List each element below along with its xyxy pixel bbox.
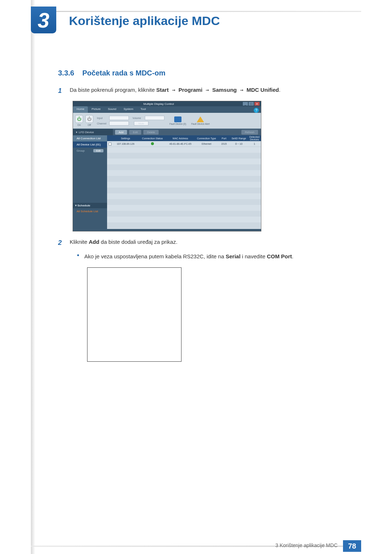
status-dot-icon: [151, 142, 154, 145]
cell-detected: 1: [248, 143, 261, 145]
power-off-button[interactable]: ⏻ Off: [85, 115, 93, 126]
page-content: 3.3.6 Početak rada s MDC-om 1 Da biste p…: [58, 69, 348, 362]
maximize-button[interactable]: □: [249, 102, 254, 106]
list-item: • Ako je veza uspostavljena putem kabela…: [77, 252, 348, 261]
window-controls: _ □ X: [243, 102, 260, 106]
sidebar-all-connection[interactable]: All Connection List: [73, 135, 107, 141]
help-icon[interactable]: ?: [254, 108, 259, 113]
add-button[interactable]: Add: [115, 130, 127, 135]
cell-range: 0 ~ 10: [230, 143, 248, 145]
cell-type: Ethernet: [195, 143, 218, 145]
bullet-text: Ako je veza uspostavljena putem kabela R…: [84, 252, 293, 261]
tab-system[interactable]: System: [120, 106, 137, 113]
chapter-title: Korištenje aplikacije MDC: [69, 14, 220, 28]
row-checkbox[interactable]: [109, 143, 111, 145]
mute-button[interactable]: Mute: [134, 121, 148, 126]
fault-device-alert[interactable]: Fault Device Alert: [191, 116, 210, 125]
alert-icon: [197, 116, 204, 122]
delete-button[interactable]: Delete: [143, 130, 159, 135]
main-tabs: Home Picture Sound System Tool: [73, 106, 261, 113]
page-gutter-shadow: [31, 0, 35, 554]
input-select[interactable]: [109, 116, 129, 120]
cell-port: 1515: [218, 143, 230, 145]
monitor-icon: [174, 116, 181, 122]
cell-settings: 107.108.89.126: [112, 143, 139, 145]
sidebar-group-row: Group Edit: [73, 148, 107, 154]
power-off-icon: ⏻: [85, 115, 93, 123]
page-number: 78: [343, 540, 361, 552]
tab-sound[interactable]: Sound: [104, 106, 120, 113]
volume-input[interactable]: [145, 116, 164, 120]
statusbar: [73, 229, 261, 231]
cell-connection: [139, 142, 166, 145]
channel-select[interactable]: [109, 121, 129, 126]
step-number: 2: [58, 238, 65, 248]
mdc-screenshot: Multiple Display Control _ □ X ? Home Pi…: [73, 101, 261, 231]
sidebar-all-device[interactable]: All Device List (01): [73, 141, 107, 148]
empty-rows: [107, 147, 261, 229]
volume-mute-group: Volume Mute: [132, 116, 164, 126]
bullet-icon: •: [77, 252, 79, 261]
power-on-icon: ⏻: [75, 115, 83, 123]
input-channel-group: Input Channel: [97, 116, 129, 126]
step-text: Da biste pokrenuli program, kliknite Sta…: [70, 86, 281, 96]
close-button[interactable]: X: [254, 102, 260, 106]
image-placeholder: [87, 267, 181, 362]
tab-picture[interactable]: Picture: [88, 106, 104, 113]
table-row[interactable]: 107.108.89.126 40-61-86-4E-FC-65 Etherne…: [107, 141, 261, 147]
section-heading: 3.3.6 Početak rada s MDC-om: [58, 69, 348, 77]
toolbar: ⏻ On ⏻ Off Input Channel Volume Mute Fau…: [73, 113, 261, 129]
step-1: 1 Da biste pokrenuli program, kliknite S…: [58, 86, 348, 96]
window-titlebar: Multiple Display Control _ □ X: [73, 101, 261, 106]
header-rule: [31, 11, 361, 12]
bullet-list: • Ako je veza uspostavljena putem kabela…: [77, 252, 348, 261]
step-number: 1: [58, 86, 65, 96]
fault-device-count[interactable]: Fault Device (0): [170, 116, 186, 125]
chapter-badge: 3: [31, 7, 56, 33]
tab-tool[interactable]: Tool: [137, 106, 150, 113]
chapter-number: 3: [38, 8, 49, 32]
app-body: All Connection List All Device List (01)…: [73, 135, 261, 229]
section-title: Početak rada s MDC-om: [82, 69, 166, 77]
power-on-button[interactable]: ⏻ On: [75, 115, 83, 126]
group-edit-button[interactable]: Edit: [93, 149, 103, 152]
main-panel: Settings Connection Status MAC Address C…: [107, 135, 261, 229]
step-text: Kliknite Add da biste dodali uređaj za p…: [70, 238, 177, 248]
cell-mac: 40-61-86-4E-FC-65: [166, 143, 195, 145]
footer-label: 3 Korištenje aplikacije MDC: [275, 542, 338, 548]
step-2: 2 Kliknite Add da biste dodali uređaj za…: [58, 238, 348, 248]
sidebar: All Connection List All Device List (01)…: [73, 135, 107, 229]
table-header: Settings Connection Status MAC Address C…: [107, 135, 261, 141]
edit-button[interactable]: Edit: [129, 130, 141, 135]
minimize-button[interactable]: _: [243, 102, 248, 106]
window-title: Multiple Display Control: [143, 102, 174, 106]
sidebar-schedule-header[interactable]: ▾ Schedule: [73, 203, 107, 208]
action-bar: ▾ LFD Device Add Edit Delete Refresh: [73, 129, 261, 135]
tab-home[interactable]: Home: [73, 106, 88, 113]
section-number: 3.3.6: [58, 69, 74, 77]
sidebar-all-schedule[interactable]: All Schedule List: [73, 208, 107, 214]
refresh-button[interactable]: Refresh: [241, 130, 258, 135]
